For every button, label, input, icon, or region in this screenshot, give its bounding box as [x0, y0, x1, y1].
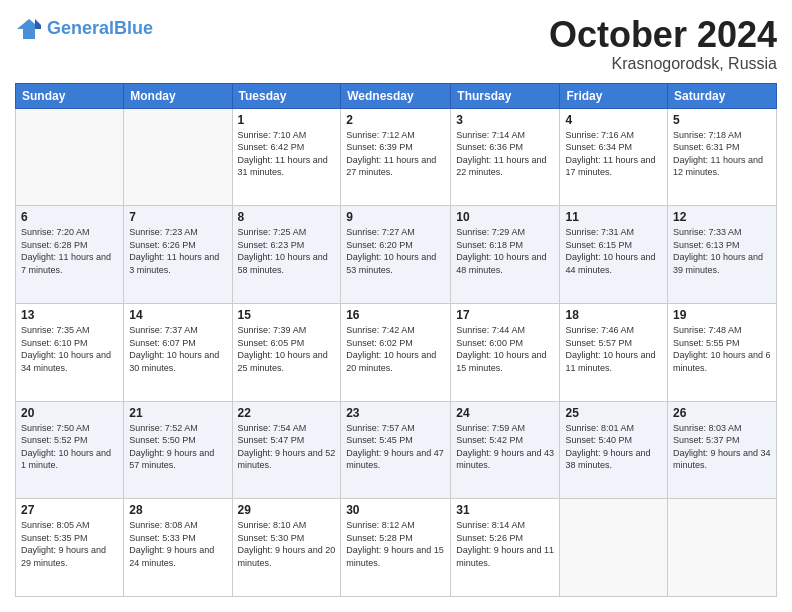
day-info: Sunrise: 7:39 AM Sunset: 6:05 PM Dayligh…: [238, 324, 336, 374]
calendar-cell: [124, 108, 232, 206]
day-number: 1: [238, 113, 336, 127]
day-number: 22: [238, 406, 336, 420]
day-number: 4: [565, 113, 662, 127]
day-info: Sunrise: 7:35 AM Sunset: 6:10 PM Dayligh…: [21, 324, 118, 374]
day-info: Sunrise: 8:03 AM Sunset: 5:37 PM Dayligh…: [673, 422, 771, 472]
calendar-cell: 20Sunrise: 7:50 AM Sunset: 5:52 PM Dayli…: [16, 401, 124, 499]
day-info: Sunrise: 7:46 AM Sunset: 5:57 PM Dayligh…: [565, 324, 662, 374]
day-info: Sunrise: 8:14 AM Sunset: 5:26 PM Dayligh…: [456, 519, 554, 569]
day-info: Sunrise: 7:16 AM Sunset: 6:34 PM Dayligh…: [565, 129, 662, 179]
calendar-week-3: 13Sunrise: 7:35 AM Sunset: 6:10 PM Dayli…: [16, 303, 777, 401]
calendar-cell: 29Sunrise: 8:10 AM Sunset: 5:30 PM Dayli…: [232, 499, 341, 597]
day-number: 3: [456, 113, 554, 127]
day-info: Sunrise: 7:54 AM Sunset: 5:47 PM Dayligh…: [238, 422, 336, 472]
day-info: Sunrise: 7:42 AM Sunset: 6:02 PM Dayligh…: [346, 324, 445, 374]
calendar-week-2: 6Sunrise: 7:20 AM Sunset: 6:28 PM Daylig…: [16, 206, 777, 304]
day-number: 31: [456, 503, 554, 517]
day-number: 18: [565, 308, 662, 322]
day-info: Sunrise: 8:10 AM Sunset: 5:30 PM Dayligh…: [238, 519, 336, 569]
day-info: Sunrise: 7:14 AM Sunset: 6:36 PM Dayligh…: [456, 129, 554, 179]
calendar-cell: 13Sunrise: 7:35 AM Sunset: 6:10 PM Dayli…: [16, 303, 124, 401]
weekday-header-sunday: Sunday: [16, 83, 124, 108]
calendar-cell: 26Sunrise: 8:03 AM Sunset: 5:37 PM Dayli…: [668, 401, 777, 499]
calendar-cell: 16Sunrise: 7:42 AM Sunset: 6:02 PM Dayli…: [341, 303, 451, 401]
logo-line1: General: [47, 18, 114, 38]
day-info: Sunrise: 7:23 AM Sunset: 6:26 PM Dayligh…: [129, 226, 226, 276]
day-number: 8: [238, 210, 336, 224]
calendar-cell: 12Sunrise: 7:33 AM Sunset: 6:13 PM Dayli…: [668, 206, 777, 304]
day-info: Sunrise: 7:29 AM Sunset: 6:18 PM Dayligh…: [456, 226, 554, 276]
day-number: 25: [565, 406, 662, 420]
calendar-cell: 24Sunrise: 7:59 AM Sunset: 5:42 PM Dayli…: [451, 401, 560, 499]
logo: GeneralBlue: [15, 15, 153, 43]
day-info: Sunrise: 7:20 AM Sunset: 6:28 PM Dayligh…: [21, 226, 118, 276]
weekday-header-monday: Monday: [124, 83, 232, 108]
calendar-cell: 15Sunrise: 7:39 AM Sunset: 6:05 PM Dayli…: [232, 303, 341, 401]
day-number: 15: [238, 308, 336, 322]
day-number: 12: [673, 210, 771, 224]
day-number: 6: [21, 210, 118, 224]
day-info: Sunrise: 7:33 AM Sunset: 6:13 PM Dayligh…: [673, 226, 771, 276]
day-number: 14: [129, 308, 226, 322]
calendar-cell: 2Sunrise: 7:12 AM Sunset: 6:39 PM Daylig…: [341, 108, 451, 206]
day-info: Sunrise: 7:18 AM Sunset: 6:31 PM Dayligh…: [673, 129, 771, 179]
calendar-week-1: 1Sunrise: 7:10 AM Sunset: 6:42 PM Daylig…: [16, 108, 777, 206]
calendar-cell: 21Sunrise: 7:52 AM Sunset: 5:50 PM Dayli…: [124, 401, 232, 499]
day-info: Sunrise: 7:50 AM Sunset: 5:52 PM Dayligh…: [21, 422, 118, 472]
calendar-cell: 3Sunrise: 7:14 AM Sunset: 6:36 PM Daylig…: [451, 108, 560, 206]
logo-line2: Blue: [114, 18, 153, 38]
day-info: Sunrise: 7:27 AM Sunset: 6:20 PM Dayligh…: [346, 226, 445, 276]
day-info: Sunrise: 7:44 AM Sunset: 6:00 PM Dayligh…: [456, 324, 554, 374]
day-info: Sunrise: 7:59 AM Sunset: 5:42 PM Dayligh…: [456, 422, 554, 472]
weekday-header-friday: Friday: [560, 83, 668, 108]
day-number: 29: [238, 503, 336, 517]
day-number: 16: [346, 308, 445, 322]
month-title: October 2024: [549, 15, 777, 55]
logo-icon: [15, 15, 43, 43]
calendar-cell: 8Sunrise: 7:25 AM Sunset: 6:23 PM Daylig…: [232, 206, 341, 304]
location-subtitle: Krasnogorodsk, Russia: [549, 55, 777, 73]
calendar-cell: 14Sunrise: 7:37 AM Sunset: 6:07 PM Dayli…: [124, 303, 232, 401]
day-info: Sunrise: 7:37 AM Sunset: 6:07 PM Dayligh…: [129, 324, 226, 374]
day-number: 9: [346, 210, 445, 224]
calendar-cell: 19Sunrise: 7:48 AM Sunset: 5:55 PM Dayli…: [668, 303, 777, 401]
day-info: Sunrise: 8:12 AM Sunset: 5:28 PM Dayligh…: [346, 519, 445, 569]
calendar-cell: [16, 108, 124, 206]
day-info: Sunrise: 8:01 AM Sunset: 5:40 PM Dayligh…: [565, 422, 662, 472]
calendar-cell: [668, 499, 777, 597]
day-number: 7: [129, 210, 226, 224]
day-number: 11: [565, 210, 662, 224]
day-info: Sunrise: 8:05 AM Sunset: 5:35 PM Dayligh…: [21, 519, 118, 569]
calendar-cell: 4Sunrise: 7:16 AM Sunset: 6:34 PM Daylig…: [560, 108, 668, 206]
calendar-cell: 5Sunrise: 7:18 AM Sunset: 6:31 PM Daylig…: [668, 108, 777, 206]
logo-text: GeneralBlue: [47, 19, 153, 39]
day-number: 10: [456, 210, 554, 224]
day-number: 23: [346, 406, 445, 420]
calendar-cell: 18Sunrise: 7:46 AM Sunset: 5:57 PM Dayli…: [560, 303, 668, 401]
calendar-cell: 23Sunrise: 7:57 AM Sunset: 5:45 PM Dayli…: [341, 401, 451, 499]
weekday-header-row: SundayMondayTuesdayWednesdayThursdayFrid…: [16, 83, 777, 108]
day-number: 30: [346, 503, 445, 517]
day-number: 17: [456, 308, 554, 322]
calendar-cell: 22Sunrise: 7:54 AM Sunset: 5:47 PM Dayli…: [232, 401, 341, 499]
weekday-header-wednesday: Wednesday: [341, 83, 451, 108]
day-number: 2: [346, 113, 445, 127]
day-info: Sunrise: 7:12 AM Sunset: 6:39 PM Dayligh…: [346, 129, 445, 179]
calendar-cell: 17Sunrise: 7:44 AM Sunset: 6:00 PM Dayli…: [451, 303, 560, 401]
calendar-cell: 31Sunrise: 8:14 AM Sunset: 5:26 PM Dayli…: [451, 499, 560, 597]
day-info: Sunrise: 7:52 AM Sunset: 5:50 PM Dayligh…: [129, 422, 226, 472]
weekday-header-tuesday: Tuesday: [232, 83, 341, 108]
day-info: Sunrise: 7:48 AM Sunset: 5:55 PM Dayligh…: [673, 324, 771, 374]
day-number: 21: [129, 406, 226, 420]
day-number: 13: [21, 308, 118, 322]
weekday-header-saturday: Saturday: [668, 83, 777, 108]
header: GeneralBlue October 2024 Krasnogorodsk, …: [15, 15, 777, 73]
calendar-cell: 1Sunrise: 7:10 AM Sunset: 6:42 PM Daylig…: [232, 108, 341, 206]
calendar-cell: [560, 499, 668, 597]
calendar-cell: 7Sunrise: 7:23 AM Sunset: 6:26 PM Daylig…: [124, 206, 232, 304]
day-number: 27: [21, 503, 118, 517]
calendar-cell: 11Sunrise: 7:31 AM Sunset: 6:15 PM Dayli…: [560, 206, 668, 304]
calendar-cell: 6Sunrise: 7:20 AM Sunset: 6:28 PM Daylig…: [16, 206, 124, 304]
calendar-cell: 9Sunrise: 7:27 AM Sunset: 6:20 PM Daylig…: [341, 206, 451, 304]
day-number: 26: [673, 406, 771, 420]
